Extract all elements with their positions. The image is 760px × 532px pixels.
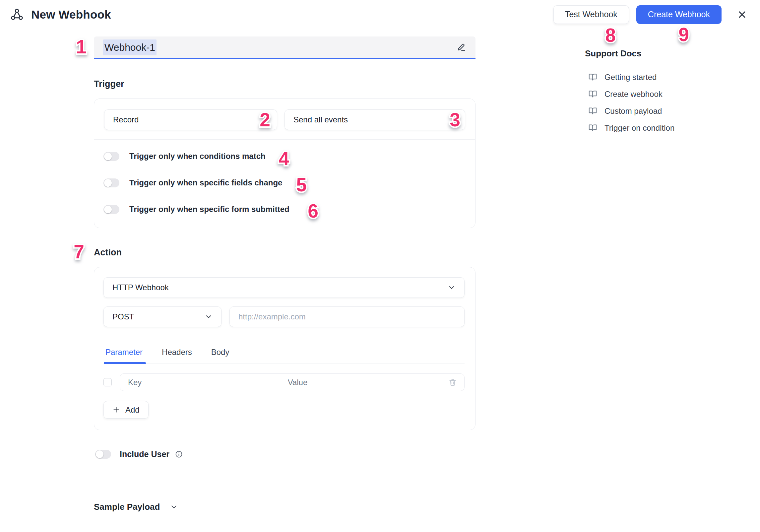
doc-link-label: Custom payload [604, 106, 662, 116]
sample-payload-toggle[interactable]: Sample Payload [94, 502, 475, 519]
trigger-scope-select[interactable]: Send all events [285, 109, 465, 130]
doc-link-create-webhook[interactable]: Create webhook [585, 86, 753, 102]
tab-headers[interactable]: Headers [160, 348, 193, 364]
book-open-icon [588, 73, 597, 82]
support-docs-heading: Support Docs [585, 48, 753, 59]
topbar: New Webhook Test Webhook Create Webhook [0, 0, 760, 29]
param-value-input[interactable] [280, 374, 441, 391]
book-open-icon [588, 123, 597, 132]
webhook-name-value: Webhook-1 [103, 39, 157, 55]
test-webhook-button[interactable]: Test Webhook [553, 5, 629, 24]
book-open-icon [588, 90, 597, 99]
parameter-row [103, 373, 465, 391]
chevron-down-icon [448, 284, 456, 292]
toggle-label: Trigger only when conditions match [129, 152, 266, 161]
trigger-event-select[interactable]: Record [104, 109, 277, 130]
include-user-label: Include User [120, 449, 169, 459]
doc-link-label: Trigger on condition [604, 123, 674, 133]
book-open-icon [588, 106, 597, 115]
plus-icon [112, 406, 120, 414]
doc-link-label: Getting started [604, 73, 657, 82]
toggle-fields-change[interactable]: Trigger only when specific fields change [103, 178, 465, 187]
url-input[interactable] [229, 306, 465, 327]
doc-link-label: Create webhook [604, 90, 663, 99]
support-docs-sidebar: Support Docs Getting started Create webh… [572, 29, 760, 532]
request-tabs: Parameter Headers Body [103, 348, 465, 364]
action-type-select[interactable]: HTTP Webhook [103, 277, 465, 298]
toggle-conditions-match[interactable]: Trigger only when conditions match [103, 152, 465, 161]
page-title: New Webhook [31, 8, 111, 21]
trigger-scope-value: Send all events [293, 115, 348, 124]
webhook-name-input[interactable]: Webhook-1 [94, 36, 475, 59]
webhook-icon [10, 8, 24, 22]
param-key-input[interactable] [120, 374, 280, 391]
add-button-label: Add [125, 405, 140, 415]
trigger-heading: Trigger [94, 79, 475, 89]
action-card: HTTP Webhook POST [94, 267, 475, 430]
action-type-value: HTTP Webhook [112, 283, 169, 292]
doc-link-getting-started[interactable]: Getting started [585, 69, 753, 86]
toggle-label: Trigger only when specific fields change [129, 178, 282, 187]
tab-body[interactable]: Body [210, 348, 231, 364]
toggle-label: Trigger only when specific form submitte… [129, 205, 289, 214]
doc-link-custom-payload[interactable]: Custom payload [585, 102, 753, 119]
row-checkbox[interactable] [103, 378, 112, 386]
include-user-row: Include User [95, 449, 475, 459]
pencil-icon [456, 42, 466, 52]
toggle-switch[interactable] [103, 178, 119, 187]
http-method-value: POST [112, 312, 134, 321]
doc-link-trigger-on-condition[interactable]: Trigger on condition [585, 119, 753, 136]
info-icon[interactable] [175, 450, 183, 458]
toggle-form-submitted[interactable]: Trigger only when specific form submitte… [103, 205, 465, 214]
main-panel: Webhook-1 Trigger Record [0, 29, 572, 532]
trigger-event-value: Record [113, 115, 139, 124]
tab-parameter[interactable]: Parameter [104, 348, 144, 364]
add-parameter-button[interactable]: Add [103, 401, 149, 419]
http-method-select[interactable]: POST [103, 306, 222, 327]
action-heading: Action [94, 247, 475, 258]
new-webhook-modal: New Webhook Test Webhook Create Webhook … [0, 0, 760, 532]
chevron-down-icon [170, 503, 178, 511]
section-divider [94, 483, 475, 483]
toggle-switch[interactable] [103, 205, 119, 214]
toggle-switch[interactable] [103, 152, 119, 161]
close-icon[interactable] [735, 7, 749, 22]
include-user-toggle[interactable] [95, 450, 111, 459]
trash-icon[interactable] [441, 374, 464, 391]
sample-payload-label: Sample Payload [94, 502, 160, 512]
create-webhook-button[interactable]: Create Webhook [636, 5, 722, 24]
trigger-card: Record Send all events Trigger only when… [94, 99, 475, 228]
chevron-down-icon [205, 313, 213, 321]
